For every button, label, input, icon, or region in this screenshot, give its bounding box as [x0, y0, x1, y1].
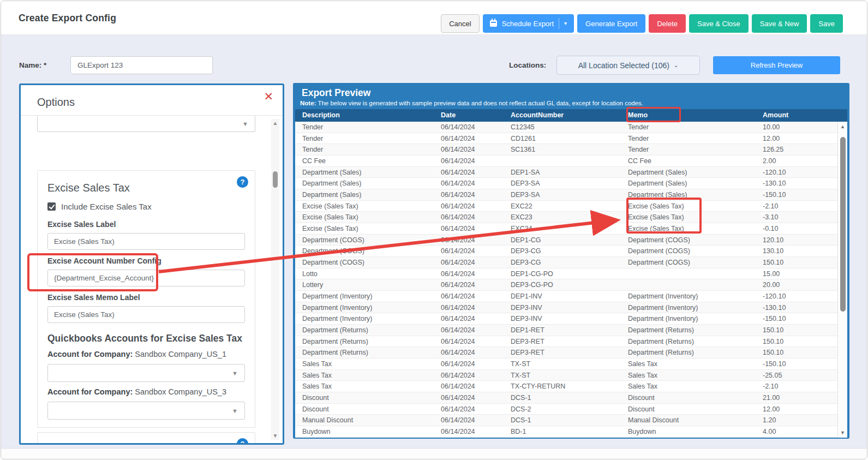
account-for-company-2-dropdown[interactable]: ▼ [47, 402, 245, 420]
table-cell: Department (Returns) [621, 338, 756, 345]
table-row[interactable]: Department (Inventory)06/14/2024DEP3-INV… [295, 313, 837, 325]
table-cell: Department (COGS) [621, 259, 756, 266]
table-cell: TX-CTY-RETURN [504, 383, 621, 390]
table-cell: -150.10 [756, 360, 837, 368]
table-row[interactable]: Sales Tax06/14/2024TX-CTY-RETURNSales Ta… [295, 381, 837, 392]
options-scrollbar-thumb[interactable] [273, 171, 278, 188]
export-preview-panel: Export Preview Note: The below view is g… [293, 83, 849, 439]
table-cell: 06/14/2024 [434, 259, 504, 266]
save-and-close-button[interactable]: Save & Close [689, 14, 749, 33]
table-cell: CD1261 [504, 135, 621, 142]
table-row[interactable]: Excise (Sales Tax)06/14/2024EXC24Excise … [295, 223, 837, 235]
table-cell: Sales Tax [621, 383, 756, 390]
table-row[interactable]: Excise (Sales Tax)06/14/2024EXC22Excise … [295, 201, 837, 212]
table-row[interactable]: Department (Returns)06/14/2024DEP3-RETDe… [295, 347, 837, 359]
table-cell: Discount [621, 405, 756, 413]
options-scrollbar[interactable]: ▲ ▼ [271, 119, 279, 440]
table-row[interactable]: Sales Tax06/14/2024TX-STSales Tax-150.10 [295, 359, 837, 370]
options-panel: Options ✕ ▼ ? Excise Sales Tax Include E… [19, 83, 284, 445]
table-row[interactable]: Manual Discount06/14/2024DCS-1Manual Dis… [295, 415, 837, 426]
table-row[interactable]: Buydown06/14/2024BD-1Buydown4.00 [295, 426, 837, 438]
column-header-description[interactable]: Description [295, 109, 434, 122]
table-cell: 06/14/2024 [434, 157, 504, 165]
table-cell: 4.00 [756, 428, 837, 435]
generate-export-button[interactable]: Generate Export [577, 14, 645, 33]
table-row[interactable]: Department (COGS)06/14/2024DEP3-CGDepart… [295, 246, 837, 257]
table-cell: 150.10 [756, 338, 837, 345]
quickbooks-accounts-heading: Quickbooks Accounts for Excise Sales Tax [47, 333, 245, 344]
table-row[interactable]: Department (Inventory)06/14/2024DEP1-INV… [295, 291, 837, 302]
column-header-date[interactable]: Date [434, 109, 504, 122]
excise-sales-label-input[interactable] [47, 233, 245, 250]
scroll-down-icon[interactable]: ▼ [838, 430, 847, 435]
table-cell: -2.10 [756, 383, 837, 390]
chevron-down-icon[interactable]: ▾ [564, 21, 567, 26]
table-cell: Discount [295, 394, 434, 402]
scroll-up-icon[interactable]: ▲ [271, 120, 279, 126]
include-excise-sales-tax-checkbox[interactable] [47, 202, 56, 211]
scroll-up-icon[interactable]: ▲ [838, 124, 847, 129]
table-cell: Buydown [621, 428, 756, 435]
table-cell: Department (Sales) [295, 180, 434, 187]
excise-account-number-config-input[interactable] [47, 270, 245, 286]
locations-dropdown[interactable]: All Location Selected (106) ⌄ [556, 56, 700, 75]
table-row[interactable]: Department (Inventory)06/14/2024DEP3-INV… [295, 302, 837, 314]
footer-bar [1, 448, 867, 459]
column-header-accountnumber[interactable]: AccountNumber [504, 109, 621, 122]
help-icon[interactable]: ? [237, 438, 248, 443]
table-row[interactable]: Sales Tax06/14/2024TX-STSales Tax-25.05 [295, 370, 837, 381]
table-row[interactable]: Discount06/14/2024DCS-1Discount21.00 [295, 392, 837, 404]
save-button[interactable]: Save [810, 14, 843, 33]
table-row[interactable]: Tender06/14/2024SC1361Tender126.25 [295, 144, 837, 156]
refresh-preview-button[interactable]: Refresh Preview [713, 56, 840, 74]
table-row[interactable]: Department (Sales)06/14/2024DEP3-SADepar… [295, 178, 837, 189]
table-cell: SC1361 [504, 146, 621, 153]
table-row[interactable]: Department (Sales)06/14/2024DEP1-SADepar… [295, 167, 837, 178]
table-row[interactable]: Lotto06/14/2024DEP1-CG-PO15.00 [295, 268, 837, 280]
save-and-new-button[interactable]: Save & New [752, 14, 807, 33]
table-cell: Sales Tax [295, 360, 434, 368]
cropped-dropdown[interactable]: ▼ [37, 116, 255, 132]
table-cell: Tender [621, 123, 756, 131]
table-cell: 12.00 [756, 135, 837, 142]
table-row[interactable]: Excise (Sales Tax)06/14/2024EXC23Excise … [295, 212, 837, 223]
scroll-down-icon[interactable]: ▼ [271, 433, 279, 439]
column-header-memo[interactable]: Memo [621, 109, 756, 122]
table-cell: Department (Returns) [295, 326, 434, 334]
table-cell: 06/14/2024 [434, 428, 504, 435]
table-row[interactable]: Tender06/14/2024CD1261Tender12.00 [295, 133, 837, 145]
table-row[interactable]: CC Fee06/14/2024CC Fee2.00 [295, 156, 837, 167]
delete-button[interactable]: Delete [649, 14, 686, 33]
schedule-export-button[interactable]: Schedule Export ▾ [483, 14, 574, 33]
preview-scrollbar-thumb[interactable] [840, 137, 846, 312]
table-cell: Tender [295, 146, 434, 153]
table-row[interactable]: Department (COGS)06/14/2024DEP1-CGDepart… [295, 235, 837, 246]
table-row[interactable]: Department (Returns)06/14/2024DEP1-RETDe… [295, 325, 837, 336]
cancel-button[interactable]: Cancel [441, 14, 479, 33]
locations-dropdown-value: All Location Selected (106) [578, 61, 669, 70]
table-row[interactable]: Department (COGS)06/14/2024DEP3-CGDepart… [295, 257, 837, 268]
table-row[interactable]: Department (Sales)06/14/2024DEP3-SADepar… [295, 189, 837, 201]
table-row[interactable]: Tender06/14/2024C12345Tender10.00 [295, 122, 837, 133]
name-input[interactable] [70, 56, 213, 74]
table-cell: DEP3-INV [504, 315, 621, 322]
preview-table-scrollbar[interactable]: ▲ ▼ [837, 122, 847, 438]
account-for-company-1-dropdown[interactable]: ▼ [47, 364, 245, 382]
help-icon[interactable]: ? [237, 176, 248, 188]
table-cell: 06/14/2024 [434, 304, 504, 312]
table-cell: 06/14/2024 [434, 383, 504, 390]
table-cell: EXC24 [504, 225, 621, 232]
table-cell: 06/14/2024 [434, 349, 504, 356]
name-label: Name: * [19, 61, 46, 69]
table-row[interactable]: Department (Returns)06/14/2024DEP3-RETDe… [295, 336, 837, 348]
table-cell: DEP3-SA [504, 191, 621, 199]
table-row[interactable]: Lottery06/14/2024DEP3-CG-PO20.00 [295, 279, 837, 291]
locations-label: Locations: [509, 61, 546, 69]
table-cell: Department (Inventory) [621, 304, 756, 312]
excise-sales-memo-label-input[interactable] [47, 306, 245, 323]
close-icon[interactable]: ✕ [264, 91, 273, 102]
export-preview-title: Export Preview [295, 83, 847, 100]
table-row[interactable]: Discount06/14/2024DCS-2Discount12.00 [295, 404, 837, 415]
table-cell: DEP1-INV [504, 292, 621, 300]
column-header-amount[interactable]: Amount [756, 109, 825, 122]
